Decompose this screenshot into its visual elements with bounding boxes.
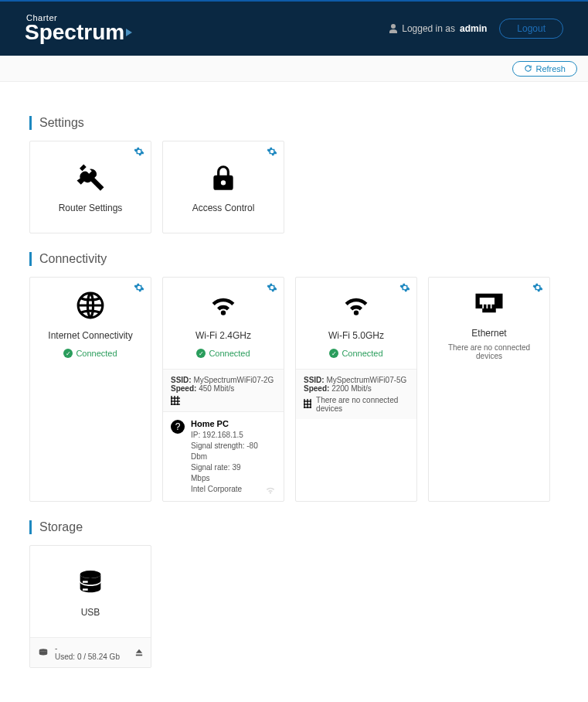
gear-icon[interactable] — [399, 282, 410, 293]
card-router-settings[interactable]: Router Settings — [29, 141, 151, 233]
card-wifi-24[interactable]: Wi-Fi 2.4GHz ✓ Connected SSID: MySpectru… — [162, 277, 284, 502]
svg-point-4 — [39, 649, 48, 653]
storage-icon — [75, 565, 106, 599]
card-wifi-50[interactable]: Wi-Fi 5.0GHz ✓ Connected SSID: MySpectru… — [295, 277, 417, 502]
section-title-connectivity: Connectivity — [29, 252, 559, 266]
wifi24-details: SSID: MySpectrumWiFi07-2G Speed: 450 Mbi… — [163, 369, 284, 411]
user-icon — [389, 24, 397, 33]
wifi-icon — [208, 288, 239, 322]
wifi-icon — [341, 288, 372, 322]
refresh-button[interactable]: Refresh — [512, 61, 577, 77]
device-row[interactable]: ? Home PC IP: 192.168.1.5 Signal strengt… — [163, 411, 284, 501]
refresh-icon — [524, 64, 532, 73]
brand-logo: Charter Spectrum — [25, 14, 132, 43]
connectivity-row: Internet Connectivity ✓ Connected Wi-Fi … — [29, 277, 559, 502]
unknown-device-icon: ? — [171, 420, 185, 434]
globe-icon — [76, 288, 105, 322]
logo-triangle-icon — [126, 29, 132, 36]
status-connected: ✓ Connected — [196, 349, 250, 358]
ethernet-icon — [473, 286, 505, 320]
usb-details: - Used: 0 / 58.24 Gb — [30, 637, 151, 667]
card-label: Router Settings — [59, 203, 123, 213]
gear-icon[interactable] — [267, 146, 277, 157]
topbar: Charter Spectrum Logged in as admin Logo… — [0, 0, 588, 56]
section-title-settings: Settings — [29, 116, 559, 130]
gear-icon[interactable] — [134, 146, 144, 157]
subbar: Refresh — [0, 56, 588, 82]
settings-row: Router Settings Access Control — [29, 141, 559, 233]
brand-main: Spectrum — [25, 22, 132, 43]
check-icon: ✓ — [329, 349, 338, 358]
logout-button[interactable]: Logout — [499, 19, 563, 39]
gear-icon[interactable] — [134, 282, 144, 293]
check-icon: ✓ — [63, 349, 73, 358]
ethernet-no-devices: There are no connected devices — [435, 343, 543, 360]
wifi50-details: SSID: MySpectrumWiFi07-5G Speed: 2200 Mb… — [296, 369, 416, 419]
drive-icon — [38, 648, 49, 657]
eject-icon[interactable] — [135, 649, 143, 656]
check-icon: ✓ — [196, 349, 206, 358]
card-label: Internet Connectivity — [48, 330, 132, 341]
tools-icon — [74, 161, 107, 195]
card-ethernet[interactable]: Ethernet There are no connected devices — [428, 277, 550, 502]
signal-faint-icon — [265, 486, 276, 495]
user-area: Logged in as admin Logout — [389, 19, 563, 39]
card-label: Ethernet — [471, 328, 506, 339]
lock-icon — [209, 161, 238, 195]
status-connected: ✓ Connected — [63, 349, 117, 358]
gear-icon[interactable] — [532, 282, 543, 293]
logged-in-text: Logged in as admin — [389, 23, 487, 34]
card-label: Wi-Fi 5.0GHz — [328, 330, 384, 341]
content: Settings Router Settings Access Control — [0, 82, 588, 699]
svg-point-1 — [80, 571, 101, 578]
card-label: Access Control — [192, 203, 255, 213]
status-connected: ✓ Connected — [329, 349, 382, 358]
storage-row: USB - Used: 0 / 58.24 Gb — [29, 545, 559, 668]
card-label: Wi-Fi 2.4GHz — [195, 330, 251, 341]
card-label: USB — [81, 607, 100, 618]
section-title-storage: Storage — [29, 520, 559, 534]
card-access-control[interactable]: Access Control — [162, 141, 284, 233]
svg-rect-2 — [83, 581, 88, 584]
card-usb[interactable]: USB - Used: 0 / 58.24 Gb — [29, 545, 151, 668]
svg-rect-3 — [83, 589, 88, 591]
device-info: Home PC IP: 192.168.1.5 Signal strength:… — [191, 418, 259, 495]
qr-icon[interactable] — [304, 399, 311, 408]
qr-icon[interactable] — [171, 396, 180, 405]
gear-icon[interactable] — [267, 282, 277, 293]
card-internet[interactable]: Internet Connectivity ✓ Connected — [29, 277, 151, 502]
